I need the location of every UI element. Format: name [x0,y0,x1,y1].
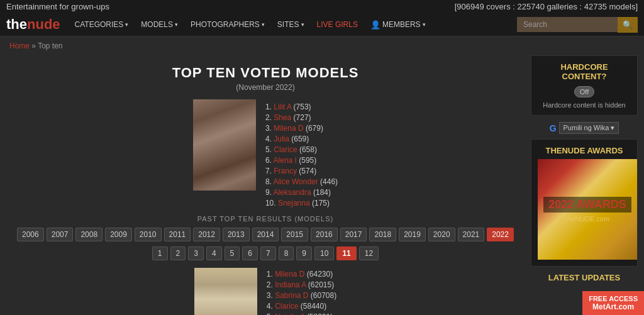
second-section: 1. Milena D (64230)2. Indiana A (62015)3… [6,268,525,315]
list-item: 5. Natalia A (58221) [267,312,336,315]
list-item: 2. Indiana A (62015) [267,280,336,289]
breadcrumb-current: Top ten [38,41,62,50]
nav-live-girls[interactable]: LIVE GIRLS [313,17,362,32]
free-access-banner[interactable]: FREE ACCESS MetArt.com [582,291,644,315]
free-banner-line1: FREE ACCESS [589,295,638,302]
page-button[interactable]: 6 [242,246,258,260]
list-item: 1. Milena D (64230) [267,270,336,279]
page-button[interactable]: 2 [170,246,186,260]
categories-arrow: ▾ [125,21,128,28]
awards-image[interactable]: 2022 AWARDS theNUDE.com [538,159,637,260]
breadcrumb-home[interactable]: Home [9,41,30,50]
year-button[interactable]: 2022 [487,228,514,241]
year-button[interactable]: 2019 [399,228,426,241]
sites-arrow: ▾ [301,21,304,28]
year-button[interactable]: 2007 [47,228,74,241]
page-title: TOP TEN VOTED MODELS [6,65,525,81]
year-button[interactable]: 2008 [75,228,103,241]
search-button[interactable]: 🔍 [618,17,638,33]
awards-year-label: 2022 AWARDS [543,197,631,213]
model-photo-2 [194,268,257,315]
page-nav: 123456789101112 [6,246,525,260]
list-item: 5. Clarice (658) [265,145,338,154]
nav-members[interactable]: 👤 MEMBERS ▾ [366,17,430,33]
list-item: 1. Lilit A (753) [265,102,338,111]
hardcore-title: HARDCORE CONTENT? [538,62,631,81]
page-button[interactable]: 3 [188,246,204,260]
year-button[interactable]: 2014 [252,228,279,241]
second-list: 1. Milena D (64230)2. Indiana A (62015)3… [267,268,336,315]
nav-categories[interactable]: CATEGORIES ▾ [70,17,133,32]
year-button[interactable]: 2018 [369,228,396,241]
page-button[interactable]: 1 [152,246,168,260]
page-button[interactable]: 10 [314,246,334,260]
list-item: 3. Milena D (679) [265,124,338,133]
list-item: 4. Julia (659) [265,135,338,143]
person-icon: 👤 [370,20,380,30]
logo-nude: nude [27,16,60,33]
past-results-label: PAST TOP TEN RESULTS (MODELS) [6,215,525,223]
top-section: 1. Lilit A (753)2. Shea (727)3. Milena D… [6,99,525,207]
logo[interactable]: thenude [6,16,60,33]
year-button[interactable]: 2011 [164,228,191,241]
list-item: 3. Sabrina D (60708) [267,291,336,300]
models-arrow: ▾ [175,21,178,28]
year-button[interactable]: 2010 [135,228,162,241]
list-item: 6. Alena I (595) [265,156,338,165]
latest-updates-title: LATEST UPDATES [531,273,638,282]
page-button[interactable]: 12 [359,246,379,260]
page-button[interactable]: 7 [260,246,276,260]
breadcrumb: Home » Top ten [0,36,644,55]
year-nav: 2006200720082009201020112012201320142015… [6,228,525,241]
hardcore-section: HARDCORE CONTENT? Off Hardcore content i… [531,55,638,116]
list-item: 8. Alice Wonder (446) [265,177,338,186]
google-g-icon: G [550,123,557,133]
search-box: 🔍 [517,17,638,33]
list-item: 7. Francy (574) [265,167,338,175]
top-list: 1. Lilit A (753)2. Shea (727)3. Milena D… [265,99,338,207]
main-layout: TOP TEN VOTED MODELS (November 2022) 1. … [0,55,644,315]
model-photo-1 [193,99,256,191]
awards-title: THENUDE AWARDS [538,146,631,155]
nav-sites[interactable]: SITES ▾ [273,17,309,32]
page-subtitle: (November 2022) [6,83,525,92]
year-button[interactable]: 2020 [428,228,455,241]
nav-photographers[interactable]: PHOTOGRAPHERS ▾ [186,17,269,32]
year-button[interactable]: 2012 [193,228,220,241]
stats: [906949 covers : 225740 galleries : 4273… [455,2,638,11]
page-button[interactable]: 11 [336,246,356,260]
nav-models[interactable]: MODELS ▾ [136,17,182,32]
top-bar: Entertainment for grown-ups [906949 cove… [0,0,644,13]
content-area: TOP TEN VOTED MODELS (November 2022) 1. … [6,55,525,315]
list-item: 9. Aleksandra (184) [265,188,338,197]
tagline: Entertainment for grown-ups [6,2,109,11]
free-banner-line2: MetArt.com [589,302,638,311]
page-button[interactable]: 4 [206,246,222,260]
year-button[interactable]: 2021 [458,228,485,241]
translate-row: G Pumili ng Wika ▾ [531,122,638,134]
year-button[interactable]: 2009 [105,228,132,241]
list-item: 10. Snejanna (175) [265,199,338,207]
page-button[interactable]: 8 [279,246,294,260]
year-button[interactable]: 2015 [281,228,308,241]
year-button[interactable]: 2006 [17,228,44,241]
search-input[interactable] [517,17,618,32]
logo-the: the [6,16,27,33]
list-item: 2. Shea (727) [265,113,338,122]
hardcore-toggle[interactable]: Off [574,86,594,97]
members-arrow: ▾ [423,21,426,28]
page-button[interactable]: 9 [296,246,312,260]
list-item: 4. Clarice (58440) [267,302,336,311]
year-button[interactable]: 2017 [340,228,367,241]
year-button[interactable]: 2016 [311,228,338,241]
page-button[interactable]: 5 [225,246,240,260]
translate-button[interactable]: Pumili ng Wika ▾ [559,122,619,134]
navbar: thenude CATEGORIES ▾ MODELS ▾ PHOTOGRAPH… [0,13,644,36]
photographers-arrow: ▾ [262,21,265,28]
awards-section: THENUDE AWARDS 2022 AWARDS theNUDE.com [531,139,638,267]
awards-site-label: theNUDE.com [565,215,609,223]
toggle-row: Off [538,86,631,97]
sidebar: HARDCORE CONTENT? Off Hardcore content i… [525,55,638,315]
breadcrumb-separator: » [30,41,38,50]
year-button[interactable]: 2013 [223,228,250,241]
